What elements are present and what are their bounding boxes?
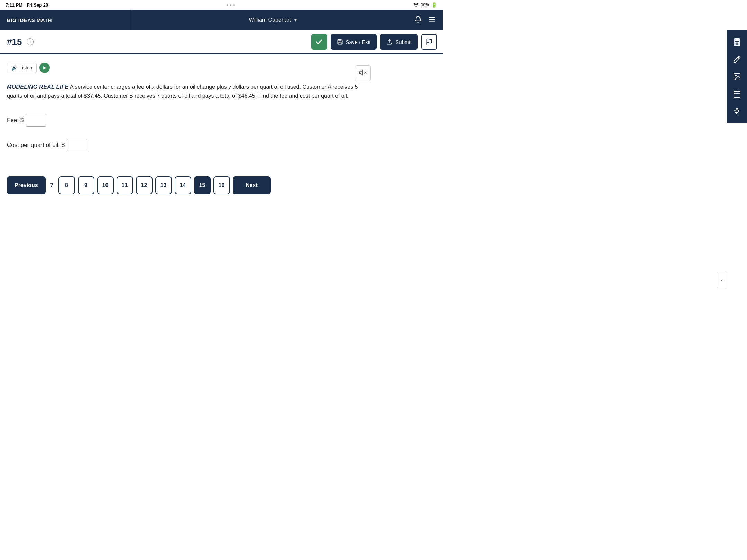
mute-button[interactable] <box>355 65 371 81</box>
status-bar: 7:11 PM Fri Sep 20 ● ● ● 10% 🔋 <box>0 0 443 10</box>
chevron-down-icon: ▾ <box>294 17 297 23</box>
cost-input[interactable] <box>67 139 87 151</box>
mute-icon <box>359 69 367 78</box>
page-12-button[interactable]: 12 <box>136 176 153 194</box>
page-13-button[interactable]: 13 <box>155 176 172 194</box>
cost-row: Cost per quart of oil: $ <box>7 139 395 151</box>
check-button[interactable] <box>311 34 327 50</box>
battery-text: 10% <box>421 2 429 7</box>
flag-button[interactable] <box>421 34 437 50</box>
top-navigation: BIG IDEAS MATH William Capehart ▾ <box>0 10 443 30</box>
submit-label: Submit <box>395 39 412 45</box>
play-icon: ▶ <box>43 65 46 70</box>
page-10-button[interactable]: 10 <box>97 176 114 194</box>
time: 7:11 PM <box>6 2 22 8</box>
listen-label: Listen <box>19 65 32 71</box>
page-11-button[interactable]: 11 <box>117 176 133 194</box>
page-7[interactable]: 7 <box>48 182 56 188</box>
next-button[interactable]: Next <box>233 176 271 194</box>
menu-icon[interactable] <box>428 16 436 25</box>
save-exit-label: Save / Exit <box>346 39 371 45</box>
problem-text-1: A service center charges a fee of <box>70 84 152 90</box>
page-9-button[interactable]: 9 <box>78 176 94 194</box>
play-button[interactable]: ▶ <box>39 63 50 73</box>
var-x: x <box>152 84 155 90</box>
save-exit-button[interactable]: Save / Exit <box>331 34 377 50</box>
speaker-icon: 🔊 <box>11 65 17 71</box>
nav-right-icons <box>414 16 443 25</box>
previous-button[interactable]: Previous <box>7 176 46 194</box>
notification-icon[interactable] <box>414 16 422 25</box>
cost-label: Cost per quart of oil: $ <box>7 142 65 149</box>
problem-text: MODELING REAL LIFE A service center char… <box>7 83 374 100</box>
page-8-button[interactable]: 8 <box>58 176 75 194</box>
submit-button[interactable]: Submit <box>380 34 418 50</box>
wifi-icon <box>413 2 419 8</box>
info-icon[interactable]: i <box>27 38 34 45</box>
pagination: Previous 7 8 9 10 11 12 13 14 15 16 Next <box>0 169 443 201</box>
brand-logo: BIG IDEAS MATH <box>0 10 131 30</box>
fee-row: Fee: $ <box>7 114 395 127</box>
user-name: William Capehart <box>249 17 291 23</box>
battery-icon: 🔋 <box>431 2 437 8</box>
problem-text-2: dollars for an oil change plus <box>156 84 228 90</box>
fee-input[interactable] <box>26 114 46 127</box>
question-number: #15 <box>7 37 22 47</box>
answer-area: Fee: $ Cost per quart of oil: $ <box>7 114 395 151</box>
var-y: y <box>228 84 231 90</box>
page-14-button[interactable]: 14 <box>175 176 191 194</box>
status-bar-left: 7:11 PM Fri Sep 20 <box>6 2 48 8</box>
svg-marker-20 <box>360 70 362 75</box>
listen-bar: 🔊 Listen ▶ <box>7 60 395 76</box>
main-content: 🔊 Listen ▶ MODELING REAL LIFE A service … <box>0 54 423 169</box>
date: Fri Sep 20 <box>27 2 48 8</box>
page-15-button[interactable]: 15 <box>194 176 211 194</box>
listen-button[interactable]: 🔊 Listen <box>7 63 37 73</box>
dots-indicator: ● ● ● <box>227 3 235 7</box>
nav-user-selector[interactable]: William Capehart ▾ <box>131 17 414 23</box>
fee-label: Fee: $ <box>7 117 24 124</box>
problem-label: MODELING REAL LIFE <box>7 84 68 90</box>
status-bar-right: 10% 🔋 <box>413 2 437 8</box>
page-16-button[interactable]: 16 <box>213 176 230 194</box>
question-toolbar: #15 i Save / Exit Submit <box>0 30 443 54</box>
